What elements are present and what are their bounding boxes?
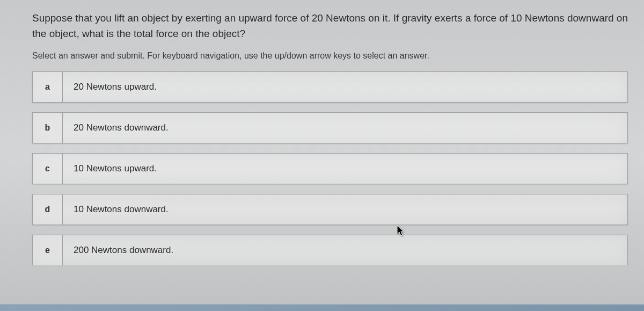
option-label: 10 Newtons downward. [63,194,627,225]
footer-bar [0,305,644,311]
question-text: Suppose that you lift an object by exert… [32,11,628,41]
quiz-container: Suppose that you lift an object by exert… [0,0,644,265]
instruction-text: Select an answer and submit. For keyboar… [32,51,628,61]
option-a[interactable]: a 20 Newtons upward. [32,71,628,103]
option-c[interactable]: c 10 Newtons upward. [32,153,628,184]
option-e[interactable]: e 200 Newtons downward. [32,235,628,265]
option-key: e [33,235,63,265]
option-b[interactable]: b 20 Newtons downward. [32,112,628,143]
options-list: a 20 Newtons upward. b 20 Newtons downwa… [32,71,628,265]
option-label: 10 Newtons upward. [63,154,627,184]
option-key: a [33,72,63,102]
option-label: 200 Newtons downward. [63,235,627,265]
option-d[interactable]: d 10 Newtons downward. [32,194,628,225]
option-key: c [33,154,63,184]
option-label: 20 Newtons upward. [63,72,627,102]
option-key: d [33,194,63,225]
option-key: b [33,113,63,143]
option-label: 20 Newtons downward. [63,113,627,143]
